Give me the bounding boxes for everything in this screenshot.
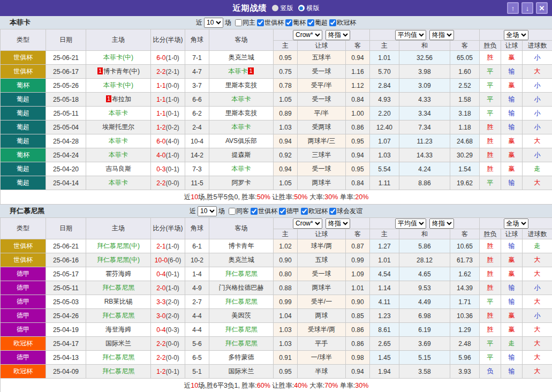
- filter-near-label: 近: [190, 207, 196, 216]
- league-type-cell: 欧冠杯: [1, 365, 46, 379]
- radio-horizontal-layout[interactable]: 横版: [298, 4, 320, 13]
- sub-column-header: 让球: [501, 41, 523, 51]
- league-filter-checkbox[interactable]: [285, 19, 292, 26]
- odds-source-select[interactable]: Crow*: [293, 218, 322, 229]
- league-filter-checkbox[interactable]: [329, 19, 336, 26]
- result-cell: 赢: [501, 162, 523, 176]
- result-cell: 输: [501, 107, 523, 120]
- team-section: 本菲卡近10场同主世俱杯葡杯葡超欧冠杯类型日期主场比分(半场)角球客场Crow*…: [0, 16, 552, 205]
- sub-column-header: 客: [450, 229, 480, 239]
- average-odds-cell: 30.29: [450, 148, 480, 162]
- away-team-cell: 博卡青年: [209, 239, 274, 253]
- league-filter-checkbox[interactable]: [307, 19, 314, 26]
- move-down-button[interactable]: ↓: [521, 2, 533, 14]
- radio-vertical-layout[interactable]: 竖版: [272, 4, 293, 13]
- result-cell: 平: [480, 65, 501, 79]
- league-filter-checkbox-label[interactable]: 德甲: [279, 207, 299, 216]
- sub-column-header: 让球: [298, 229, 346, 239]
- odds-source-select[interactable]: Crow*: [293, 30, 322, 40]
- odds-source-select[interactable]: 全场: [504, 218, 528, 229]
- away-team-cell: 里斯本竞技: [209, 107, 274, 120]
- average-odds-cell: 65.05: [450, 51, 480, 65]
- average-odds-cell: 14.33: [399, 148, 450, 162]
- average-odds-cell: 5.54: [370, 162, 399, 176]
- result-cell: 平: [480, 295, 501, 309]
- result-cell: 小: [523, 107, 552, 120]
- handicap-odds-cell: 0.99: [274, 295, 298, 309]
- away-team-name: 里斯本竞技: [225, 109, 258, 117]
- handicap-odds-cell: 0.75: [274, 65, 298, 79]
- match-row: 世俱杯25-06-171博卡青年(中)2-2(2-1)4-7本菲卡10.75受一…: [1, 65, 552, 79]
- same-venue-checkbox-label[interactable]: 同主: [235, 18, 255, 27]
- home-team-cell: 霍芬海姆: [86, 267, 151, 281]
- summary-cell: 近10场,胜5平5负0, 胜率:50% 让胜率:50% 大率:30% 单率:20…: [1, 190, 552, 205]
- down-arrow-icon: ↓: [526, 5, 530, 12]
- red-card-badge: 1: [106, 95, 111, 102]
- sub-column-header: 主: [370, 41, 399, 51]
- league-filter-checkbox-label[interactable]: 葡超: [307, 18, 328, 27]
- average-odds-cell: 6.19: [399, 323, 450, 337]
- fulltime-score: 1-1: [156, 110, 165, 117]
- corner-count-cell: 1-4: [185, 267, 209, 281]
- league-filter-checkbox[interactable]: [279, 208, 286, 215]
- average-odds-cell: 5.70: [370, 65, 399, 79]
- odds-source-select[interactable]: 全场: [504, 30, 528, 40]
- odds-source-select[interactable]: 终指: [326, 218, 350, 229]
- handicap-odds-cell: 五球: [298, 253, 346, 267]
- away-team-cell: 拜仁慕尼黑: [209, 323, 274, 337]
- average-odds-cell: 1.27: [370, 239, 399, 253]
- league-filter-checkbox-label[interactable]: 葡杯: [285, 18, 306, 27]
- same-venue-checkbox-label[interactable]: 同客: [229, 207, 249, 216]
- average-odds-cell: 3.34: [399, 107, 450, 120]
- results-table: 类型日期主场比分(半场)角球客场Crow*终指平均值终指全场主让球客主和客胜负让…: [0, 217, 552, 392]
- same-venue-checkbox[interactable]: [229, 208, 236, 215]
- recent-count-select[interactable]: 10: [198, 206, 217, 216]
- odds-source-select[interactable]: 平均值: [395, 30, 426, 40]
- recent-count-select[interactable]: 10: [204, 18, 223, 28]
- average-odds-cell: 4.54: [370, 267, 399, 281]
- corner-count-cell: 10-4: [185, 134, 209, 148]
- score-cell: 3-3(2-0): [151, 295, 185, 309]
- result-cell: 输: [501, 351, 523, 365]
- checkbox-label-text: 世俱杯: [258, 207, 277, 216]
- match-row: 世俱杯25-06-21拜仁慕尼黑(中)2-1(1-0)6-1博卡青年1.02球半…: [1, 239, 552, 253]
- home-team-name: 布拉加: [112, 95, 131, 103]
- match-date-cell: 25-06-17: [46, 65, 86, 79]
- same-venue-checkbox[interactable]: [235, 19, 242, 26]
- odds-source-select[interactable]: 终指: [429, 218, 454, 229]
- home-team-name: 本菲卡: [109, 151, 128, 159]
- corner-count-cell: 4-9: [185, 281, 209, 295]
- result-cell: 小: [523, 281, 552, 295]
- corner-count-cell: 4-7: [185, 65, 209, 79]
- odds-source-select[interactable]: 终指: [429, 30, 454, 40]
- league-filter-checkbox[interactable]: [301, 208, 308, 215]
- checkbox-label-text: 球会友谊: [337, 207, 362, 216]
- close-button[interactable]: ✕: [536, 2, 548, 14]
- handicap-odds-cell: 1.00: [346, 107, 370, 120]
- corner-count-cell: 4-4: [185, 309, 209, 323]
- league-filter-checkbox[interactable]: [257, 19, 264, 26]
- league-filter-checkbox-label[interactable]: 世俱杯: [251, 207, 277, 216]
- away-team-name: 拜仁慕尼黑: [225, 270, 258, 277]
- score-cell: 0-3(0-1): [151, 162, 185, 176]
- odds-source-select[interactable]: 平均值: [395, 218, 426, 229]
- odds-source-select[interactable]: 终指: [326, 30, 350, 40]
- average-odds-cell: 28.12: [399, 253, 450, 267]
- league-filter-checkbox-label[interactable]: 世俱杯: [257, 18, 284, 27]
- sub-column-header: 客: [346, 229, 370, 239]
- home-team-cell: 1博卡青年(中): [86, 65, 151, 79]
- odds-group-header: Crow*终指: [274, 29, 370, 41]
- sub-column-header: 让球: [298, 41, 346, 51]
- handicap-odds-cell: 0.95: [346, 134, 370, 148]
- league-filter-checkbox-label[interactable]: 球会友谊: [329, 207, 362, 216]
- summary-text-segment: 20%: [355, 193, 368, 201]
- away-team-name: 拜仁慕尼黑: [225, 298, 258, 305]
- red-card-badge: 1: [97, 67, 103, 74]
- move-up-button[interactable]: ↑: [507, 2, 519, 14]
- league-filter-checkbox-label[interactable]: 欧冠杯: [301, 207, 328, 216]
- league-filter-checkbox[interactable]: [251, 208, 258, 215]
- away-team-name: 本菲卡: [228, 67, 247, 75]
- league-filter-checkbox[interactable]: [329, 208, 336, 215]
- away-team-name: 博卡青年: [229, 242, 254, 250]
- league-filter-checkbox-label[interactable]: 欧冠杯: [329, 18, 356, 27]
